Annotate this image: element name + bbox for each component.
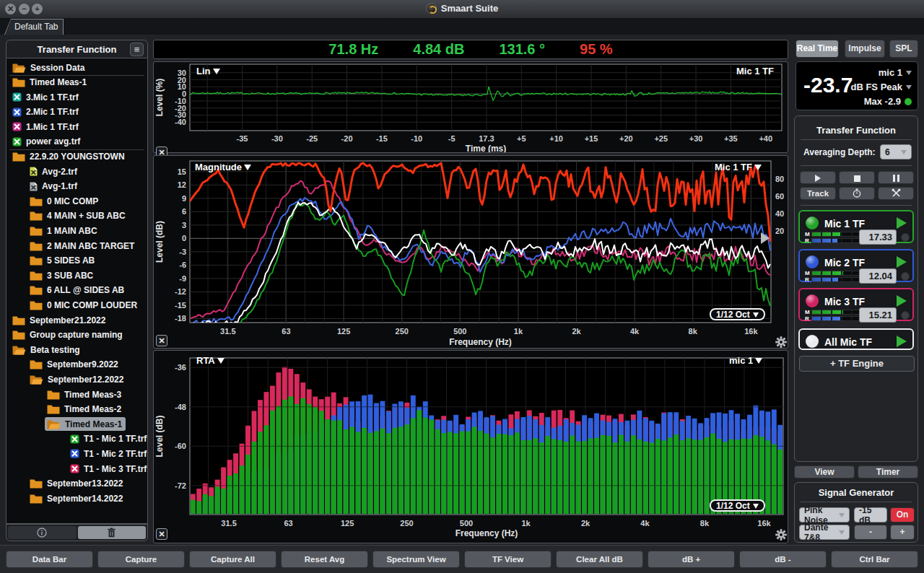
engine-delay-field[interactable]: 12.04 — [859, 268, 897, 284]
ctrl-bar-button[interactable]: Ctrl Bar — [831, 551, 918, 568]
tree-item[interactable]: September21.2022 — [6, 313, 147, 328]
magnitude-settings-button[interactable] — [775, 336, 787, 348]
averaging-depth-select[interactable]: 6 — [880, 144, 912, 159]
engine-play-icon[interactable] — [897, 295, 907, 307]
tree-item[interactable]: power avg.trf — [6, 135, 147, 150]
close-rta-button[interactable]: ✕ — [156, 528, 167, 540]
magnitude-banding-dropdown[interactable]: 1/12 Oct — [710, 308, 765, 320]
signal-on-button[interactable]: On — [890, 507, 915, 522]
meter-source-dropdown[interactable]: mic 1 — [879, 67, 912, 78]
stop-button[interactable] — [839, 171, 875, 184]
tree-item[interactable]: Timed Meas-3 — [6, 388, 147, 403]
tree-item[interactable]: 0 MIC COMP LOUDER — [6, 299, 147, 314]
svg-text:31.5: 31.5 — [220, 327, 235, 336]
svg-text:40: 40 — [775, 209, 784, 218]
tree-item[interactable]: Session Data — [6, 61, 147, 76]
tf-engine-card[interactable]: Mic 1 TFMR17.33 — [798, 210, 914, 243]
magnitude-type-dropdown[interactable]: Magnitude — [195, 162, 251, 172]
tree-item[interactable]: September9.2022 — [6, 358, 147, 373]
engine-play-icon[interactable] — [897, 217, 907, 229]
tf-view-button[interactable]: TF View — [464, 551, 552, 568]
signal-type-select[interactable]: Pink Noise — [799, 507, 850, 522]
rta-banding-dropdown[interactable]: 1/12 Oct — [710, 499, 765, 512]
tf-engine-card[interactable]: All Mic TF — [798, 328, 914, 350]
gear-icon — [775, 336, 787, 348]
spectrum-view-button[interactable]: Spectrum View — [372, 551, 460, 568]
svg-text:8k: 8k — [700, 519, 710, 528]
tools-button[interactable] — [878, 187, 914, 200]
timer-tab-button[interactable]: Timer — [858, 465, 918, 478]
magnitude-source-dropdown[interactable]: Mic 1 TF — [715, 162, 762, 172]
tree-item[interactable]: 1.Mic 1 TF.trf — [6, 120, 147, 135]
tf-panel-title: Transfer Function — [795, 125, 918, 136]
tab-default[interactable]: Default Tab — [4, 19, 64, 35]
folder-icon — [12, 315, 25, 325]
coherence-blanking-handle[interactable] — [761, 232, 770, 244]
tree-item[interactable]: Beta testing — [6, 343, 147, 358]
tree-item[interactable]: 2 MAIN ABC TARGET — [6, 239, 147, 254]
engine-play-icon[interactable] — [897, 256, 907, 268]
tree-item[interactable]: Avg-2.trf — [6, 165, 147, 180]
tree-item[interactable]: September13.2022 — [6, 477, 147, 492]
tree-item[interactable]: September14.2022 — [6, 491, 147, 507]
signal-level-field[interactable]: -15 dB — [854, 507, 887, 522]
track-button[interactable]: Track — [800, 187, 836, 200]
tree-item[interactable]: Timed Meas-1 — [6, 76, 147, 91]
tree-item[interactable]: 5 SIDES AB — [6, 254, 147, 269]
stop-icon — [854, 175, 860, 182]
signal-level-minus-button[interactable]: - — [854, 525, 887, 540]
tree-item[interactable]: 0 MIC COMP — [6, 194, 147, 209]
db--button[interactable]: dB - — [739, 551, 827, 568]
engine-status-dot — [901, 233, 910, 242]
mode-spl-button[interactable]: SPL — [889, 40, 918, 58]
tree-item[interactable]: 4 MAIN + SUB ABC — [6, 209, 147, 224]
data-bar-button[interactable]: Data Bar — [6, 551, 93, 568]
delete-button[interactable] — [78, 526, 147, 539]
reset-avg-button[interactable]: Reset Avg — [281, 551, 368, 568]
meter-units-dropdown[interactable]: dB FS Peak — [850, 82, 912, 92]
delay-timer-button[interactable] — [839, 187, 875, 200]
signal-output-select[interactable]: Dante 7&8 — [799, 525, 850, 540]
engine-delay-field[interactable]: 15.21 — [859, 307, 897, 323]
rta-source-dropdown[interactable]: mic 1 — [729, 355, 762, 366]
info-button[interactable] — [8, 526, 77, 539]
play-button[interactable] — [800, 171, 836, 184]
tree-item[interactable]: T1 - Mic 2 TF.trf — [6, 447, 147, 462]
tree-item[interactable]: 3 SUB ABC — [6, 268, 147, 284]
tree-item[interactable]: Timed Meas-1 — [6, 417, 147, 432]
tree-item[interactable]: T1 - Mic 3 TF.trf — [6, 462, 147, 477]
engine-delay-field[interactable]: 17.33 — [859, 229, 897, 245]
pause-button[interactable] — [878, 171, 914, 184]
m-meter — [811, 232, 863, 237]
engine-play-icon[interactable] — [897, 336, 907, 347]
tree-item[interactable]: Timed Meas-2 — [6, 403, 147, 418]
close-magnitude-button[interactable]: ✕ — [156, 335, 167, 346]
tree-item[interactable]: Group capture naming — [6, 328, 147, 344]
tf-engine-card[interactable]: Mic 2 TFMR12.04 — [798, 249, 914, 282]
tree-item[interactable]: T1 - Mic 1 TF.trf — [6, 432, 147, 447]
tree-item[interactable]: Avg-1.trf — [6, 180, 147, 195]
capture-button[interactable]: Capture — [97, 551, 185, 568]
tree-item[interactable]: September12.2022 — [6, 372, 147, 388]
tree-item[interactable]: 6 ALL @ SIDES AB — [6, 284, 147, 299]
lin-type-dropdown[interactable]: Lin — [196, 66, 220, 76]
hamburger-menu-button[interactable]: ≡ — [130, 43, 144, 56]
clear-all-db-button[interactable]: Clear All dB — [556, 551, 643, 568]
tree-item[interactable]: 22.9.20 YOUNGSTOWN — [6, 150, 147, 165]
signal-level-plus-button[interactable]: + — [890, 525, 915, 540]
db--button[interactable]: dB + — [648, 551, 735, 568]
tree-item[interactable]: 3.Mic 1 TF.trf — [6, 90, 147, 105]
svg-text:4k: 4k — [630, 327, 640, 336]
capture-all-button[interactable]: Capture All — [189, 551, 276, 568]
rta-settings-button[interactable] — [775, 529, 787, 541]
mode-realtime-button[interactable]: Real Time — [796, 40, 839, 58]
mode-impulse-button[interactable]: Impulse — [845, 40, 885, 58]
svg-text:4k: 4k — [640, 519, 650, 528]
lin-source-label[interactable]: Mic 1 TF — [736, 66, 774, 76]
add-tf-engine-button[interactable]: + TF Engine — [799, 356, 915, 372]
tree-item[interactable]: 2.Mic 1 TF.trf — [6, 105, 147, 121]
tree-item[interactable]: 1 MAIN ABC — [6, 224, 147, 240]
tf-engine-card[interactable]: Mic 3 TFMR15.21 — [798, 288, 914, 321]
rta-type-dropdown[interactable]: RTA — [196, 355, 225, 366]
view-tab-button[interactable]: View — [794, 465, 855, 478]
